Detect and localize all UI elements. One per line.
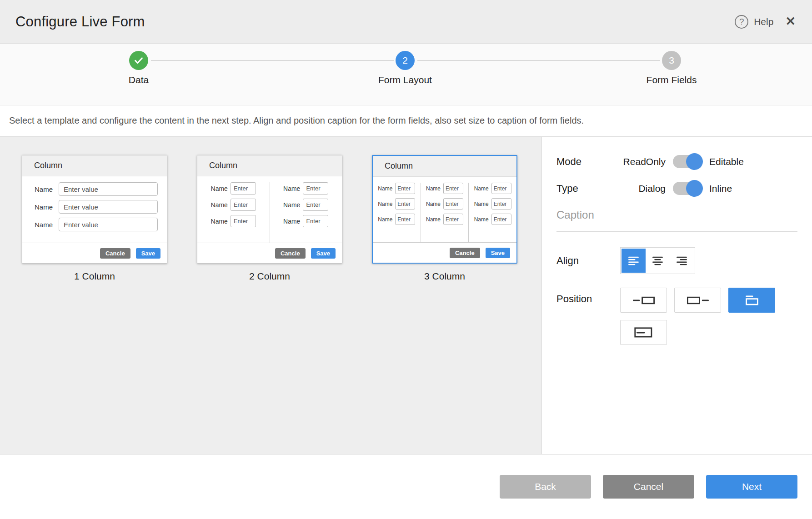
dialog-title: Configure Live Form — [15, 14, 145, 30]
step-form-fields[interactable]: 3 Form Fields — [622, 51, 722, 85]
mode-label: Mode — [556, 156, 620, 168]
mini-field-label: Name — [378, 216, 392, 223]
mini-field-row: Name Enter — [211, 182, 256, 195]
align-left-icon — [627, 255, 640, 267]
mini-field-label: Name — [35, 221, 59, 229]
mini-field-input: Enter — [303, 199, 328, 211]
mini-form-footer: Cancle Save — [22, 243, 167, 263]
mini-field-input: Enter — [491, 214, 511, 225]
caption-left-icon — [632, 294, 656, 307]
template-list: Column Name Enter value Name Enter value… — [0, 137, 541, 454]
mini-cancel-button: Cancle — [100, 248, 130, 259]
mini-field-row: Name Enter — [211, 199, 256, 211]
position-inside-button[interactable] — [620, 320, 667, 345]
cancel-button[interactable]: Cancel — [603, 475, 694, 499]
mini-field-input: Enter value — [59, 218, 158, 231]
mini-save-button: Save — [136, 248, 160, 259]
back-button[interactable]: Back — [500, 475, 591, 499]
template-option-2-column: Column Name Enter Name Enter — [197, 155, 342, 454]
mini-field-label: Name — [211, 185, 228, 192]
mini-form-column: Name Enter Name Enter Name Enter — [270, 182, 342, 243]
step-label: Form Layout — [355, 75, 455, 85]
mini-field-row: Name Enter — [474, 183, 511, 194]
caption-top-icon — [740, 294, 764, 307]
wizard-stepper: Data 2 Form Layout 3 Form Fields — [0, 44, 812, 105]
mini-field-row: Name Enter — [426, 214, 463, 225]
step-description: Select a template and configure the cont… — [0, 105, 812, 136]
step-number: 2 — [396, 51, 415, 70]
type-toggle[interactable] — [673, 182, 702, 195]
step-label: Form Fields — [622, 75, 722, 85]
next-button[interactable]: Next — [706, 475, 797, 499]
mini-field-label: Name — [378, 201, 392, 207]
mini-field-label: Name — [426, 185, 441, 192]
help-button[interactable]: ? Help — [735, 15, 773, 29]
mini-form-body: Name Enter Name Enter Name Enter — [197, 176, 342, 243]
step-label: Data — [89, 75, 189, 85]
mini-field-row: Name Enter — [426, 198, 463, 210]
question-mark: ? — [739, 17, 744, 27]
align-setting: Align — [556, 247, 797, 274]
mini-field-label: Name — [378, 185, 392, 192]
mini-field-input: Enter — [443, 183, 463, 194]
mini-field-row: Name Enter — [378, 183, 415, 194]
dialog-footer: Back Cancel Next — [0, 454, 812, 519]
template-option-3-column: Column Name Enter Name Enter — [372, 155, 517, 454]
align-left-button[interactable] — [622, 249, 646, 273]
template-card-1-column[interactable]: Column Name Enter value Name Enter value… — [22, 155, 167, 264]
mini-field-row: Name Enter — [474, 198, 511, 210]
mini-field-row: Name Enter value — [22, 182, 167, 196]
mode-toggle[interactable] — [673, 155, 702, 168]
mini-field-label: Name — [35, 185, 59, 193]
position-left-button[interactable] — [620, 288, 667, 313]
align-button-group — [620, 247, 695, 274]
template-card-3-column[interactable]: Column Name Enter Name Enter — [372, 155, 517, 264]
mini-field-input: Enter — [443, 198, 463, 210]
mini-field-input: Enter — [231, 182, 256, 195]
mini-save-button: Save — [486, 248, 510, 258]
mini-field-label: Name — [283, 201, 300, 209]
mode-setting: Mode ReadOnly Editable — [556, 155, 797, 168]
position-top-button[interactable] — [728, 288, 775, 313]
mini-form-column: Name Enter Name Enter Name Enter — [373, 183, 421, 242]
mini-field-label: Name — [211, 201, 228, 209]
close-icon[interactable]: ✕ — [785, 15, 796, 28]
mini-field-input: Enter — [395, 214, 415, 225]
template-label: 1 Column — [22, 271, 167, 282]
mini-field-row: Name Enter — [474, 214, 511, 225]
mini-field-label: Name — [35, 203, 59, 211]
mini-field-label: Name — [474, 216, 489, 223]
settings-panel: Mode ReadOnly Editable Type Dialog Inlin… — [541, 137, 812, 454]
mini-field-row: Name Enter — [378, 214, 415, 225]
check-icon — [129, 51, 148, 70]
step-form-layout[interactable]: 2 Form Layout — [355, 51, 455, 85]
mini-field-input: Enter — [491, 183, 511, 194]
align-label: Align — [556, 255, 620, 267]
mini-field-row: Name Enter — [211, 215, 256, 227]
mini-field-input: Enter — [491, 198, 511, 210]
position-right-button[interactable] — [674, 288, 721, 313]
align-center-button[interactable] — [646, 249, 670, 273]
align-right-icon — [676, 255, 688, 267]
type-option-inline: Inline — [709, 183, 732, 194]
mini-form-column: Name Enter Name Enter Name Enter — [197, 182, 270, 243]
mini-field-label: Name — [474, 185, 489, 192]
caption-section-heading: Caption — [556, 209, 797, 232]
mini-save-button: Save — [311, 248, 336, 259]
step-data[interactable]: Data — [89, 51, 189, 85]
mini-field-input: Enter — [231, 215, 256, 227]
mini-form-column: Name Enter Name Enter Name Enter — [468, 183, 516, 242]
template-label: 2 Column — [197, 271, 342, 282]
dialog-header: Configure Live Form ? Help ✕ — [0, 0, 812, 44]
type-setting: Type Dialog Inline — [556, 182, 797, 195]
position-button-group — [620, 288, 777, 345]
mini-form-footer: Cancle Save — [373, 242, 516, 263]
mini-field-input: Enter — [395, 183, 415, 194]
type-option-dialog: Dialog — [620, 183, 666, 194]
mini-form-body: Name Enter value Name Enter value Name E… — [22, 176, 167, 243]
mini-field-input: Enter — [303, 215, 328, 227]
mini-field-input: Enter — [231, 199, 256, 211]
toggle-knob — [686, 180, 703, 197]
align-right-button[interactable] — [670, 249, 694, 273]
template-card-2-column[interactable]: Column Name Enter Name Enter — [197, 155, 342, 264]
